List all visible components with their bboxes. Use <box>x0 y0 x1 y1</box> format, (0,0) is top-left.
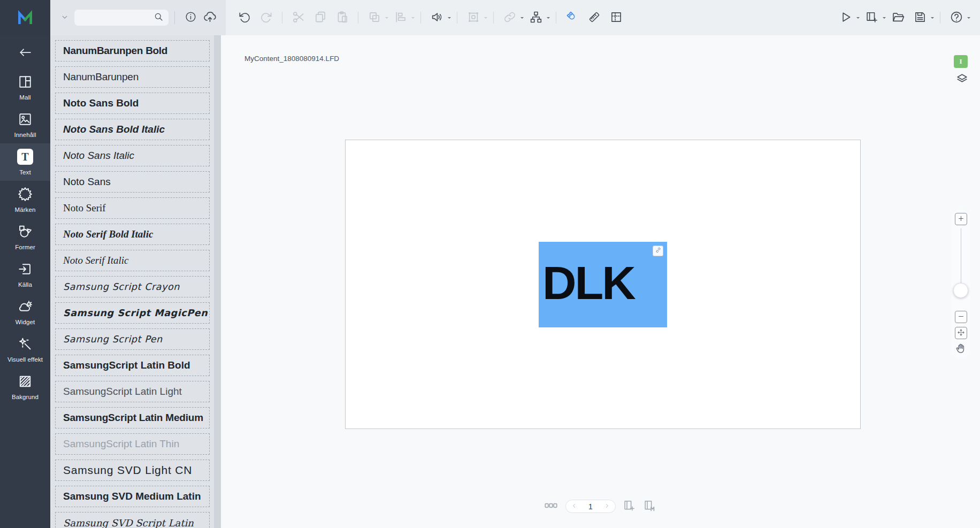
group-button[interactable] <box>367 11 381 25</box>
text-object[interactable]: DLK <box>539 242 667 327</box>
next-page-button[interactable] <box>603 502 610 511</box>
paste-button[interactable] <box>335 11 349 25</box>
font-item[interactable]: NanumBarunpen <box>55 66 210 88</box>
zoom-slider[interactable] <box>953 228 968 309</box>
font-item[interactable]: Samsung Script Pen <box>55 328 210 350</box>
help-button[interactable] <box>949 11 963 25</box>
new-page-dropdown-arrow[interactable] <box>883 17 886 20</box>
font-item[interactable]: Noto Sans Bold <box>55 93 210 114</box>
redo-button[interactable] <box>259 11 273 25</box>
content-icon <box>17 111 33 127</box>
previous-page-button[interactable] <box>571 502 578 511</box>
sidebar-item-bakgrund[interactable]: Bakgrund <box>0 368 50 405</box>
font-item[interactable]: Noto Serif Bold Italic <box>55 224 210 245</box>
audio-button[interactable] <box>430 11 444 25</box>
canvas-area: MyContent_1808080914.LFD DLK <box>221 35 980 528</box>
copy-button[interactable] <box>313 11 327 25</box>
chevron-right-icon <box>603 502 610 511</box>
font-item[interactable]: Samsung SVD Script Latin <box>55 512 210 528</box>
save-button[interactable] <box>913 11 927 25</box>
font-panel-scrollbar[interactable] <box>214 35 221 528</box>
save-dropdown-arrow[interactable] <box>931 17 934 20</box>
font-item[interactable]: Noto Sans <box>55 171 210 193</box>
ruler-button[interactable] <box>587 11 601 25</box>
divider <box>174 11 175 24</box>
sitemap-dropdown-arrow[interactable] <box>547 17 550 20</box>
page-navigator: 1 <box>565 500 616 513</box>
toolbar-divider <box>282 12 282 24</box>
grid-guides-icon <box>609 10 623 26</box>
toolbar-divider <box>493 12 494 24</box>
new-page-button[interactable] <box>864 11 879 25</box>
undo-button[interactable] <box>237 11 251 25</box>
play-icon <box>839 10 853 26</box>
sidebar-item-mall[interactable]: Mall <box>0 68 50 106</box>
sitemap-button[interactable] <box>529 11 543 25</box>
help-dropdown-arrow[interactable] <box>967 17 970 20</box>
transition-dropdown-arrow[interactable] <box>484 17 487 20</box>
fit-to-screen-button[interactable] <box>955 327 967 339</box>
page-overview-button[interactable] <box>543 498 558 515</box>
group-dropdown-arrow[interactable] <box>385 17 388 20</box>
sidebar-item-widget[interactable]: Widget <box>0 293 50 331</box>
add-master-page-button[interactable] <box>643 499 656 514</box>
open-button[interactable] <box>891 11 905 25</box>
info-status-badge[interactable]: I <box>954 55 968 68</box>
magnet-button[interactable] <box>565 11 579 25</box>
zoom-in-button[interactable] <box>955 213 967 225</box>
audio-icon <box>430 10 444 26</box>
search-icon[interactable] <box>154 12 164 24</box>
font-list: NanumBarunpen BoldNanumBarunpenNoto Sans… <box>55 40 210 528</box>
back-button[interactable] <box>17 46 33 60</box>
sidebar-item-k-lla[interactable]: Källa <box>0 256 50 293</box>
canvas-page[interactable]: DLK <box>345 140 861 429</box>
audio-dropdown-arrow[interactable] <box>448 17 451 20</box>
sidebar-item-label: Text <box>19 169 31 175</box>
search-input[interactable] <box>79 13 154 22</box>
sidebar-item-label: Källa <box>18 281 32 288</box>
app-logo[interactable] <box>0 0 50 35</box>
background-icon <box>17 373 33 389</box>
preview-button[interactable] <box>838 11 853 25</box>
font-item[interactable]: SamsungScript Latin Bold <box>55 355 210 376</box>
font-item[interactable]: Samsung Script MagicPen <box>55 302 210 324</box>
font-item[interactable]: SamsungScript Latin Light <box>55 381 210 402</box>
font-item[interactable]: SamsungScript Latin Thin <box>55 433 210 455</box>
sidebar-item-former[interactable]: Former <box>0 218 50 256</box>
add-page-button[interactable] <box>623 499 636 514</box>
font-item[interactable]: Samsung Script Crayon <box>55 276 210 297</box>
sidebar-item-text[interactable]: TText <box>0 143 50 181</box>
pagination: 1 <box>543 498 656 515</box>
sidebar-item-visuell-effekt[interactable]: Visuell effekt <box>0 331 50 368</box>
font-item[interactable]: Noto Sans Italic <box>55 145 210 166</box>
link-icon <box>655 246 662 256</box>
cut-button[interactable] <box>291 11 305 25</box>
zoom-slider-thumb[interactable] <box>953 283 968 298</box>
font-item[interactable]: Noto Serif <box>55 197 210 219</box>
sidebar-item-m-rken[interactable]: Märken <box>0 181 50 218</box>
link-button[interactable] <box>502 11 517 25</box>
font-item[interactable]: Noto Serif Italic <box>55 250 210 271</box>
font-item[interactable]: Samsung SVD Medium Latin <box>55 486 210 507</box>
transition-button[interactable] <box>466 11 480 25</box>
text-object-link-badge[interactable] <box>653 246 663 256</box>
zoom-controls <box>951 209 970 359</box>
panel-collapse-button[interactable] <box>59 12 71 24</box>
align-button[interactable] <box>393 11 408 25</box>
new-page-icon <box>865 10 879 26</box>
sidebar-item-inneh-ll[interactable]: Innehåll <box>0 106 50 143</box>
topbar <box>0 0 980 35</box>
font-item[interactable]: Noto Sans Bold Italic <box>55 119 210 140</box>
preview-dropdown-arrow[interactable] <box>856 17 860 20</box>
grid-guides-button[interactable] <box>609 11 623 25</box>
layers-button[interactable] <box>955 71 969 87</box>
info-button[interactable] <box>183 10 198 25</box>
font-item[interactable]: SamsungScript Latin Medium <box>55 407 210 428</box>
font-item[interactable]: Samsung SVD Light CN <box>55 460 210 481</box>
align-dropdown-arrow[interactable] <box>411 17 415 20</box>
link-dropdown-arrow[interactable] <box>520 17 524 20</box>
font-item[interactable]: NanumBarunpen Bold <box>55 40 210 62</box>
zoom-out-button[interactable] <box>955 311 967 323</box>
upload-button[interactable] <box>202 10 217 25</box>
pan-tool-button[interactable] <box>954 342 968 356</box>
